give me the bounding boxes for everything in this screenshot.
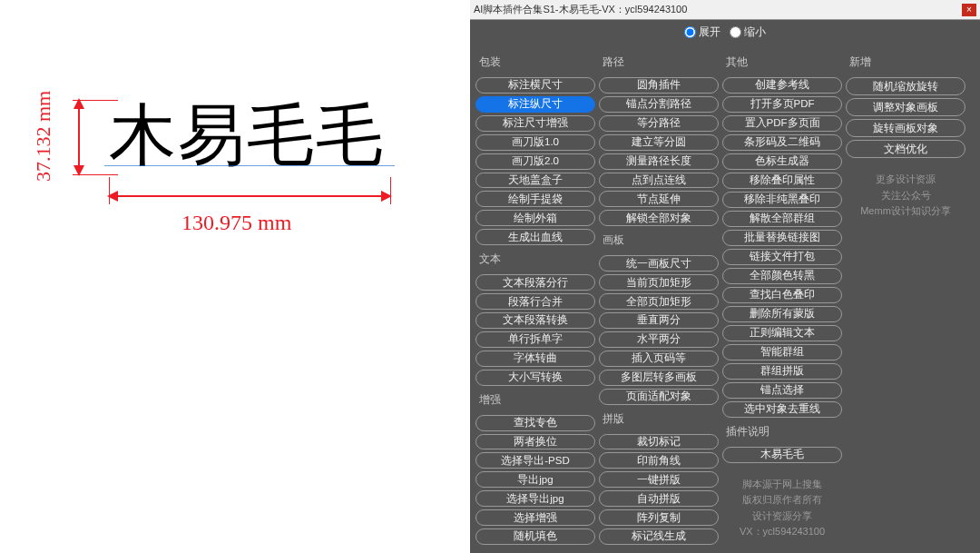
- action-pill[interactable]: 移除非纯黑叠印: [722, 192, 842, 208]
- plugin-panel: AI脚本插件合集S1-木易毛毛-VX：ycl594243100 × 展开 缩小 …: [470, 0, 980, 553]
- action-pill[interactable]: 移除叠印属性: [722, 173, 842, 189]
- action-pill[interactable]: 裁切标记: [599, 434, 719, 450]
- horizontal-dimension-label: 130.975 mm: [181, 211, 291, 235]
- view-collapse-radio[interactable]: 缩小: [730, 25, 766, 40]
- action-pill[interactable]: 链接文件打包: [722, 249, 842, 265]
- panel-column: 其他创建参考线打开多页PDF置入PDF多页面条形码及二维码色标生成器移除叠印属性…: [722, 51, 842, 546]
- action-pill[interactable]: 选择增强: [475, 509, 595, 526]
- action-pill[interactable]: 多图层转多画板: [599, 370, 719, 386]
- action-pill[interactable]: 画刀版2.0: [475, 153, 595, 170]
- action-pill[interactable]: 天地盖盒子: [475, 173, 595, 189]
- action-pill[interactable]: 导出jpg: [475, 471, 595, 488]
- view-toggle-row: 展开 缩小: [470, 20, 980, 44]
- action-pill[interactable]: 当前页加矩形: [599, 274, 719, 291]
- action-pill[interactable]: 旋转画板对象: [846, 119, 965, 137]
- panel-body: 包装标注横尺寸标注纵尺寸标注尺寸增强画刀版1.0画刀版2.0天地盖盒子绘制手提袋…: [470, 44, 980, 553]
- action-pill[interactable]: 插入页码等: [599, 351, 719, 367]
- info-line: 版权归原作者所有: [726, 492, 838, 509]
- action-pill[interactable]: 调整对象画板: [846, 98, 965, 116]
- action-pill[interactable]: 正则编辑文本: [722, 325, 842, 341]
- vertical-dimension-label: 37.132 mm: [32, 91, 55, 182]
- action-pill[interactable]: 解散全部群组: [722, 211, 842, 227]
- action-pill[interactable]: 选择导出-PSD: [475, 452, 595, 469]
- action-pill[interactable]: 段落行合并: [475, 293, 595, 310]
- action-pill[interactable]: 大小写转换: [475, 370, 595, 386]
- action-pill[interactable]: 选中对象去重线: [722, 401, 842, 418]
- action-pill[interactable]: 等分路径: [599, 115, 719, 132]
- action-pill[interactable]: 查找白色叠印: [722, 287, 842, 303]
- section-title: 拼版: [599, 408, 719, 432]
- info-box: 更多设计资源关注公众号Memm设计知识分享: [846, 166, 965, 225]
- action-pill[interactable]: 随机缩放旋转: [846, 77, 965, 95]
- section-title: 画板: [599, 229, 719, 253]
- action-pill[interactable]: 查找专色: [475, 415, 595, 431]
- action-pill[interactable]: 阵列复制: [599, 509, 719, 526]
- action-pill[interactable]: 色标生成器: [722, 153, 842, 170]
- action-pill[interactable]: 标注横尺寸: [475, 77, 595, 94]
- section-title: 文本: [475, 248, 595, 272]
- artboard-canvas: 37.132 mm 木易毛毛 130.975 mm: [0, 0, 490, 553]
- section-title: 新增: [846, 51, 965, 75]
- action-pill[interactable]: 一键拼版: [599, 471, 719, 488]
- panel-column: 新增随机缩放旋转调整对象画板旋转画板对象文档优化更多设计资源关注公众号Memm设…: [846, 51, 965, 546]
- panel-title: AI脚本插件合集S1-木易毛毛-VX：ycl594243100: [474, 3, 962, 16]
- action-pill[interactable]: 随机填色: [475, 528, 595, 545]
- text-baseline-guide: [104, 165, 395, 166]
- action-pill[interactable]: 全部页加矩形: [599, 293, 719, 310]
- action-pill[interactable]: 群组拼版: [722, 363, 842, 380]
- action-pill[interactable]: 标注尺寸增强: [475, 115, 595, 132]
- info-line: 设计资源分享: [726, 509, 838, 525]
- section-title: 插件说明: [722, 420, 842, 445]
- action-pill[interactable]: 圆角插件: [599, 77, 719, 94]
- action-pill[interactable]: 打开多页PDF: [722, 96, 842, 113]
- action-pill[interactable]: 字体转曲: [475, 351, 595, 367]
- action-pill[interactable]: 两者换位: [475, 434, 595, 450]
- action-pill[interactable]: 测量路径长度: [599, 153, 719, 170]
- section-title: 其他: [722, 51, 842, 75]
- action-pill[interactable]: 自动拼版: [599, 490, 719, 507]
- action-pill[interactable]: 垂直两分: [599, 312, 719, 329]
- action-pill[interactable]: 绘制外箱: [475, 210, 595, 226]
- action-pill[interactable]: 建立等分圆: [599, 134, 719, 151]
- action-pill[interactable]: 生成出血线: [475, 229, 595, 245]
- info-box: 脚本源于网上搜集版权归原作者所有设计资源分享VX：ycl594243100: [722, 471, 842, 546]
- info-line: VX：ycl594243100: [726, 524, 838, 540]
- action-pill[interactable]: 标记线生成: [599, 528, 719, 545]
- sample-text[interactable]: 木易毛毛: [109, 91, 385, 182]
- panel-column: 路径圆角插件锚点分割路径等分路径建立等分圆测量路径长度点到点连线节点延伸解锁全部…: [599, 51, 719, 546]
- action-pill[interactable]: 页面适配对象: [599, 389, 719, 405]
- action-pill[interactable]: 锚点选择: [722, 382, 842, 399]
- action-pill[interactable]: 画刀版1.0: [475, 134, 595, 151]
- action-pill[interactable]: 标注纵尺寸: [475, 96, 595, 113]
- panel-titlebar: AI脚本插件合集S1-木易毛毛-VX：ycl594243100 ×: [470, 0, 980, 20]
- action-pill[interactable]: 文本段落转换: [475, 312, 595, 329]
- action-pill[interactable]: 置入PDF多页面: [722, 115, 842, 132]
- action-pill[interactable]: 文档优化: [846, 140, 965, 158]
- action-pill[interactable]: 水平两分: [599, 331, 719, 348]
- action-pill[interactable]: 解锁全部对象: [599, 210, 719, 226]
- action-pill[interactable]: 统一画板尺寸: [599, 255, 719, 272]
- action-pill[interactable]: 文本段落分行: [475, 274, 595, 291]
- action-pill[interactable]: 删除所有蒙版: [722, 306, 842, 322]
- action-pill[interactable]: 智能群组: [722, 344, 842, 360]
- action-pill[interactable]: 条形码及二维码: [722, 134, 842, 151]
- view-expand-radio[interactable]: 展开: [684, 25, 720, 40]
- panel-column: 包装标注横尺寸标注纵尺寸标注尺寸增强画刀版1.0画刀版2.0天地盖盒子绘制手提袋…: [475, 51, 595, 546]
- horizontal-dimension-arrow: [109, 195, 390, 197]
- action-pill[interactable]: 点到点连线: [599, 173, 719, 189]
- section-title: 路径: [599, 51, 719, 75]
- action-pill[interactable]: 节点延伸: [599, 191, 719, 207]
- action-pill[interactable]: 创建参考线: [722, 77, 842, 94]
- action-pill[interactable]: 印前角线: [599, 452, 719, 469]
- close-button[interactable]: ×: [962, 4, 976, 16]
- section-title: 增强: [475, 389, 595, 413]
- action-pill[interactable]: 绘制手提袋: [475, 191, 595, 207]
- action-pill[interactable]: 选择导出jpg: [475, 490, 595, 507]
- action-pill[interactable]: 批量替换链接图: [722, 230, 842, 246]
- action-pill[interactable]: 锚点分割路径: [599, 96, 719, 113]
- info-line: 关注公众号: [849, 188, 962, 204]
- action-pill[interactable]: 木易毛毛: [722, 447, 842, 463]
- section-title: 包装: [475, 51, 595, 75]
- action-pill[interactable]: 单行拆单字: [475, 331, 595, 348]
- action-pill[interactable]: 全部颜色转黑: [722, 268, 842, 284]
